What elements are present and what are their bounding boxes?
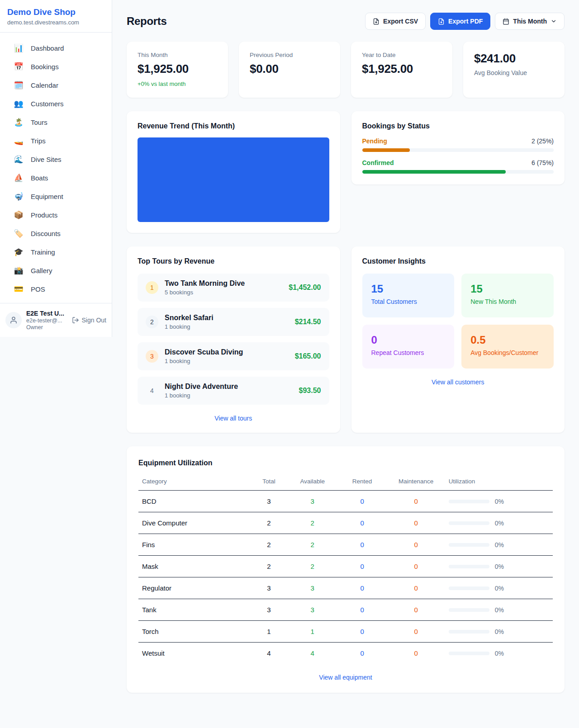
tour-revenue: $1,452.00 [289,284,321,292]
period-dropdown[interactable]: This Month [495,13,565,30]
tour-name: Two Tank Morning Dive [165,279,282,288]
tile-total-customers: 15 Total Customers [362,274,455,317]
tile-label: Total Customers [371,298,446,305]
rank-badge: 1 [146,281,158,294]
table-header-row: Category Total Available Rented Maintena… [138,473,553,491]
sidebar-item-boats[interactable]: ⛵Boats [5,169,106,187]
sidebar-item-bookings[interactable]: 📅Bookings [5,57,106,76]
stat-delta: +0% vs last month [138,80,217,87]
tile-label: Avg Bookings/Customer [470,349,545,356]
utilization-bar [449,521,489,525]
view-all-customers-link[interactable]: View all customers [362,378,554,386]
status-bar-track [362,170,554,174]
equip-category: Torch [138,621,250,643]
stat-card-this-month: This Month $1,925.00 +0% vs last month [127,42,228,98]
sidebar-item-pos[interactable]: 💳POS [5,280,106,298]
equipment-utilization-title: Equipment Utilization [138,459,553,467]
utilization-bar [449,608,489,612]
sidebar-item-dive-sites[interactable]: 🌊Dive Sites [5,150,106,169]
dashboard-icon: 📊 [14,43,24,53]
utilization-bar [449,500,489,503]
stat-card-year-to-date: Year to Date $1,925.00 [351,42,452,98]
person-icon [9,316,18,324]
tile-value: 0.5 [470,334,545,346]
products-icon: 📦 [14,210,24,220]
tour-row: 1 Two Tank Morning Dive5 bookings $1,452… [138,274,329,302]
equip-category: Mask [138,556,250,577]
tour-bookings: 5 bookings [165,289,282,296]
charts-row: Revenue Trend (This Month) Bookings by S… [127,111,565,233]
sidebar-item-gallery[interactable]: 📸Gallery [5,261,106,280]
status-count: 2 (25%) [532,137,554,145]
sidebar-item-discounts[interactable]: 🏷️Discounts [5,224,106,243]
view-all-tours-link[interactable]: View all tours [138,415,329,422]
page-header: Reports Export CSV Export PDF This Month [127,13,565,30]
sidebar-nav: 📊Dashboard 📅Bookings 🗓️Calendar 👥Custome… [0,33,112,303]
sidebar-item-customers[interactable]: 👥Customers [5,95,106,113]
tour-revenue: $165.00 [295,352,321,360]
rank-badge: 3 [146,350,158,363]
sidebar-item-products[interactable]: 📦Products [5,206,106,224]
user-info: E2E Test U... e2e-tester@... Owner [26,310,67,331]
stat-value: $0.00 [250,62,329,76]
top-tours-title: Top Tours by Revenue [138,257,329,265]
export-csv-button[interactable]: Export CSV [365,13,426,30]
status-label: Pending [362,137,387,145]
sign-out-button[interactable]: Sign Out [72,317,106,324]
tile-avg-bookings: 0.5 Avg Bookings/Customer [461,325,554,369]
stat-value: $241.00 [474,52,554,66]
revenue-trend-chart [138,137,329,222]
chevron-down-icon [551,18,557,24]
sidebar-item-dashboard[interactable]: 📊Dashboard [5,39,106,57]
revenue-trend-title: Revenue Trend (This Month) [138,122,329,130]
training-icon: 🎓 [14,247,24,257]
export-pdf-button[interactable]: Export PDF [430,13,490,30]
calendar-icon: 🗓️ [14,80,24,90]
revenue-trend-card: Revenue Trend (This Month) [127,111,340,233]
status-row-pending: Pending 2 (25%) [362,137,554,152]
status-label: Confirmed [362,159,394,166]
bookings-icon: 📅 [14,62,24,71]
stat-value: $1,925.00 [138,62,217,76]
user-section: E2E Test U... e2e-tester@... Owner Sign … [0,303,112,337]
utilization-bar [449,543,489,547]
table-row: Tank 3 3 0 0 0% [138,599,553,621]
table-row: BCD 3 3 0 0 0% [138,491,553,512]
utilization-bar [449,630,489,633]
stat-label: This Month [138,52,217,58]
equipment-utilization-card: Equipment Utilization Category Total Ava… [127,446,565,693]
stat-label: Previous Period [250,52,329,58]
stat-value: $1,925.00 [362,62,441,76]
equip-category: Dive Computer [138,512,250,534]
utilization-cell: 0% [449,585,549,592]
sidebar-item-training[interactable]: 🎓Training [5,243,106,261]
tours-icon: 🏝️ [14,118,24,127]
utilization-bar [449,586,489,590]
customers-icon: 👥 [14,99,24,109]
trips-icon: 🚤 [14,136,24,146]
main-content: Reports Export CSV Export PDF This Month… [112,0,579,715]
tour-name: Discover Scuba Diving [165,348,289,356]
tour-bookings: 1 booking [165,323,289,330]
calendar-icon [503,18,509,25]
insights-row: Top Tours by Revenue 1 Two Tank Morning … [127,246,565,433]
equip-category: Wetsuit [138,643,250,664]
rank-badge: 4 [146,384,158,397]
tour-row: 4 Night Dive Adventure1 booking $93.50 [138,377,329,405]
header-actions: Export CSV Export PDF This Month [365,13,565,30]
sidebar-item-tours[interactable]: 🏝️Tours [5,113,106,132]
shop-domain: demo.test.divestreams.com [7,19,104,26]
gallery-icon: 📸 [14,266,24,275]
customer-insights-title: Customer Insights [362,257,554,265]
table-row: Wetsuit 4 4 0 0 0% [138,643,553,664]
utilization-cell: 0% [449,606,549,614]
view-all-equipment-link[interactable]: View all equipment [138,674,553,681]
sidebar-item-calendar[interactable]: 🗓️Calendar [5,76,106,95]
sidebar-item-equipment[interactable]: 🤿Equipment [5,187,106,206]
tile-value: 15 [470,283,545,295]
sidebar-item-trips[interactable]: 🚤Trips [5,132,106,150]
bookings-by-status-title: Bookings by Status [362,122,554,130]
table-row: Regulator 3 3 0 0 0% [138,577,553,599]
rank-badge: 2 [146,316,158,328]
discounts-icon: 🏷️ [14,229,24,238]
